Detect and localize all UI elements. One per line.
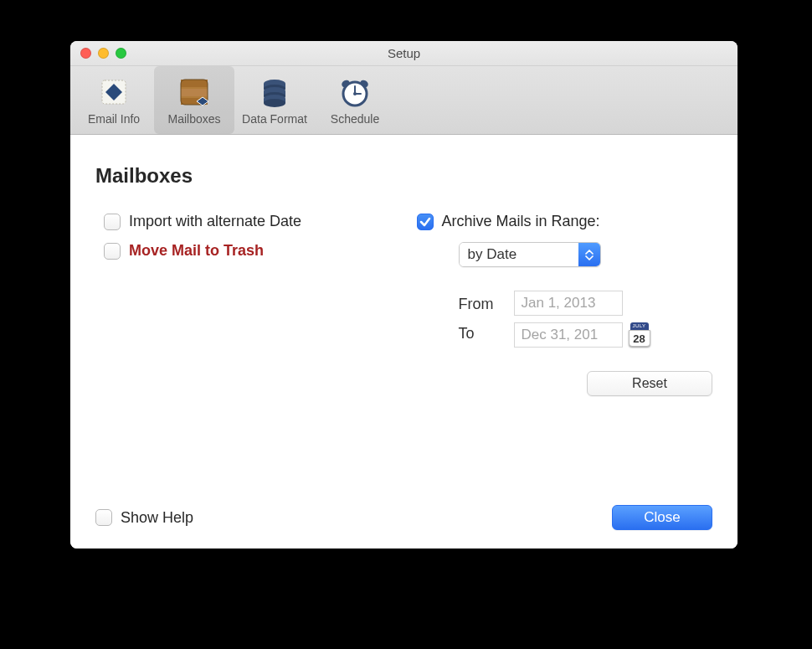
close-window-button[interactable]: [80, 48, 91, 59]
select-stepper-icon: [578, 243, 600, 266]
option-label: Archive Mails in Range:: [442, 213, 600, 230]
window-title: Setup: [388, 46, 420, 60]
toolbar-item-label: Data Format: [242, 112, 307, 126]
svg-point-16: [264, 99, 285, 107]
from-label: From: [459, 296, 494, 313]
option-label: Move Mail to Trash: [129, 242, 264, 260]
titlebar: Setup: [70, 41, 737, 66]
toolbar-item-label: Schedule: [331, 112, 379, 126]
checkbox-icon[interactable]: [104, 243, 121, 260]
right-column: Archive Mails in Range: by Date: [417, 213, 713, 396]
calendar-picker-icon[interactable]: JULY 28: [628, 322, 651, 348]
zoom-window-button[interactable]: [116, 48, 126, 59]
to-label: To: [459, 325, 494, 343]
option-label: Import with alternate Date: [129, 213, 301, 230]
diamond-stamp-icon: [97, 75, 131, 109]
footer: Show Help Close: [95, 505, 712, 530]
calendar-day-label: 28: [629, 330, 650, 347]
toolbar-item-email-info[interactable]: Email Info: [74, 66, 154, 134]
minimize-window-button[interactable]: [98, 48, 109, 59]
option-import-alternate-date[interactable]: Import with alternate Date: [104, 213, 400, 230]
button-label: Close: [644, 509, 680, 526]
left-column: Import with alternate Date Move Mail to …: [95, 213, 400, 396]
checkbox-icon[interactable]: [104, 214, 121, 230]
reset-button[interactable]: Reset: [587, 371, 712, 396]
option-move-to-trash[interactable]: Move Mail to Trash: [104, 242, 400, 260]
setup-window: Setup Email Info: [70, 41, 737, 549]
checkbox-icon[interactable]: [417, 214, 434, 230]
option-show-help[interactable]: Show Help: [95, 509, 193, 527]
option-label: Show Help: [121, 509, 193, 527]
toolbar-item-mailboxes[interactable]: Mailboxes: [154, 66, 234, 134]
alarm-clock-icon: [338, 75, 372, 109]
page-title: Mailboxes: [95, 164, 712, 188]
database-stack-icon: [258, 75, 291, 109]
select-value: by Date: [460, 243, 578, 266]
toolbar-item-label: Email Info: [88, 112, 140, 126]
close-button[interactable]: Close: [612, 505, 712, 530]
option-archive-range[interactable]: Archive Mails in Range:: [417, 213, 713, 230]
range-mode-select[interactable]: by Date: [459, 242, 601, 267]
toolbar-item-schedule[interactable]: Schedule: [315, 66, 395, 134]
content-pane: Mailboxes Import with alternate Date Mov…: [70, 135, 737, 549]
toolbar: Email Info Mailboxes: [70, 66, 737, 135]
button-label: Reset: [632, 376, 667, 391]
checkbox-icon[interactable]: [95, 509, 112, 526]
svg-rect-3: [181, 80, 208, 87]
to-date-input[interactable]: [514, 322, 623, 348]
calendar-month-label: JULY: [630, 322, 649, 330]
svg-point-22: [353, 92, 357, 95]
toolbar-item-data-format[interactable]: Data Format: [234, 66, 315, 134]
mailbox-crate-icon: [177, 75, 211, 109]
toolbar-item-label: Mailboxes: [167, 112, 220, 126]
window-controls: [80, 48, 126, 59]
svg-rect-4: [181, 89, 208, 96]
from-date-input[interactable]: [514, 291, 623, 316]
